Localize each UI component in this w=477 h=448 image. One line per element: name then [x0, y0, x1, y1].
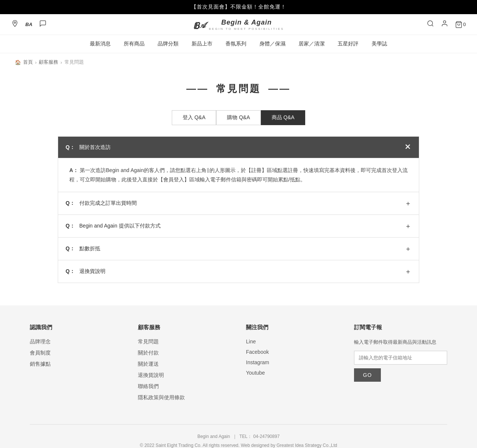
user-icon[interactable]: [441, 20, 448, 29]
faq-question-5[interactable]: Q： 退換貨說明 ＋: [58, 260, 419, 283]
svg-point-0: [14, 22, 16, 23]
faq-toggle-1: ✕: [405, 143, 411, 151]
newsletter-description: 輸入電子郵件取得最新商品與活動訊息: [354, 339, 447, 346]
footer-col2-title: 顧客服務: [138, 324, 231, 331]
footer-col-social: 關注我們 Line Facebook Instagram Youtube: [246, 324, 339, 406]
newsletter-email-input[interactable]: [354, 351, 447, 365]
nav-item-news[interactable]: 最新消息: [90, 41, 111, 47]
footer-col-service: 顧客服務 常見問題 關於付款 關於運送 退換貨說明 聯絡我們 隱私政策與使用條款: [138, 324, 231, 406]
footer-link-instagram[interactable]: Instagram: [246, 359, 269, 365]
header-right-icons: 0: [427, 20, 466, 29]
footer-col3-title: 關注我們: [246, 324, 339, 331]
nav-item-magazine[interactable]: 美學誌: [372, 41, 387, 47]
footer-link-contact[interactable]: 聯絡我們: [138, 383, 159, 389]
faq-q-label-2: Q：: [66, 200, 75, 206]
footer-link-faq[interactable]: 常見問題: [138, 339, 159, 344]
footer-tel: 04-24790897: [253, 434, 280, 439]
footer-grid: 認識我們 品牌理念 會員制度 銷售據點 顧客服務 常見問題 關於付款 關於運送 …: [30, 324, 447, 406]
footer-link-shipping[interactable]: 關於運送: [138, 361, 159, 367]
faq-item-3: Q： Begin and Again 提供以下付款方式 ＋: [58, 215, 419, 238]
breadcrumb-current: 常見問題: [64, 59, 84, 66]
faq-toggle-4: ＋: [405, 244, 411, 253]
breadcrumb-sep1: ›: [35, 60, 37, 65]
faq-answer-1: A： 第一次造訪Begin and Again的客人們，請您點選右上角∥的人形圖…: [58, 158, 419, 192]
svg-point-1: [427, 21, 432, 26]
breadcrumb: 🏠 首頁 › 顧客服務 › 常見問題: [0, 53, 477, 71]
page-title-section: 常見問題: [0, 71, 477, 110]
footer-brand-name: Begin and Again: [198, 434, 230, 439]
faq-question-text-1: 關於首次造訪: [79, 144, 111, 150]
header: BA ℬ𝒜 Begin & Again BEGIN TO MEET POSSIB…: [0, 14, 477, 35]
footer-tel-label: TEL：: [239, 434, 252, 439]
footer-link-stores[interactable]: 銷售據點: [30, 361, 51, 367]
nav-item-new[interactable]: 新品上市: [192, 41, 212, 47]
footer-link-membership[interactable]: 會員制度: [30, 350, 51, 356]
logo-brand-name: Begin & Again: [209, 19, 284, 26]
brand-icon[interactable]: BA: [25, 22, 32, 27]
faq-tabs: 登入 Q&A 購物 Q&A 商品 Q&A: [0, 110, 477, 125]
footer-copyright: © 2022 Saint Eight Trading Co. All right…: [30, 441, 447, 448]
faq-question-text-5: 退換貨說明: [79, 268, 105, 274]
breadcrumb-sep2: ›: [60, 60, 62, 65]
top-banner: 【首次見面會】不限金額！全館免運！: [0, 0, 477, 14]
faq-toggle-5: ＋: [405, 267, 411, 276]
footer-col1-title: 認識我們: [30, 324, 123, 331]
footer: 認識我們 品牌理念 會員制度 銷售據點 顧客服務 常見問題 關於付款 關於運送 …: [0, 305, 477, 448]
faq-question-2[interactable]: Q： 付款完成之訂單出貨時間 ＋: [58, 192, 419, 215]
faq-toggle-3: ＋: [405, 222, 411, 231]
cart-count: 0: [463, 22, 466, 27]
faq-q-label-3: Q：: [66, 223, 75, 229]
footer-link-facebook[interactable]: Facebook: [246, 349, 269, 355]
footer-col-newsletter: 訂閱電子報 輸入電子郵件取得最新商品與活動訊息 GO: [354, 324, 447, 406]
footer-link-brand-concept[interactable]: 品牌理念: [30, 339, 51, 344]
svg-point-2: [443, 21, 446, 23]
faq-item-2: Q： 付款完成之訂單出貨時間 ＋: [58, 192, 419, 215]
newsletter-submit-button[interactable]: GO: [354, 368, 381, 382]
footer-col-about: 認識我們 品牌理念 會員制度 銷售據點: [30, 324, 123, 406]
faq-q-label-5: Q：: [66, 268, 75, 274]
home-icon: 🏠: [15, 60, 21, 65]
faq-item-5: Q： 退換貨說明 ＋: [58, 260, 419, 283]
faq-question-text-2: 付款完成之訂單出貨時間: [79, 200, 137, 206]
header-left-icons: BA: [11, 20, 47, 29]
nav-item-fragrance[interactable]: 香氛系列: [225, 41, 246, 47]
faq-toggle-2: ＋: [405, 199, 411, 208]
footer-col4-title: 訂閱電子報: [354, 324, 447, 331]
faq-question-1[interactable]: Q： 關於首次造訪 ✕: [58, 137, 419, 158]
footer-bottom: Begin and Again ｜ TEL： 04-24790897 © 202…: [30, 424, 447, 448]
chat-icon[interactable]: [39, 20, 47, 29]
footer-link-privacy[interactable]: 隱私政策與使用條款: [138, 394, 185, 400]
tab-shopping-qa[interactable]: 購物 Q&A: [216, 110, 260, 125]
faq-item-1: Q： 關於首次造訪 ✕ A： 第一次造訪Begin and Again的客人們，…: [58, 136, 419, 192]
nav-item-body[interactable]: 身體／保濕: [259, 41, 285, 47]
footer-link-line[interactable]: Line: [246, 339, 256, 344]
header-logo[interactable]: ℬ𝒜 Begin & Again BEGIN TO MEET POSSIBILI…: [193, 18, 284, 31]
faq-question-text-4: 點數折抵: [79, 245, 100, 251]
faq-question-4[interactable]: Q： 點數折抵 ＋: [58, 238, 419, 260]
faq-section: Q： 關於首次造訪 ✕ A： 第一次造訪Begin and Again的客人們，…: [43, 136, 434, 283]
nav-item-home[interactable]: 居家／清潔: [298, 41, 325, 47]
footer-link-payment[interactable]: 關於付款: [138, 350, 159, 356]
location-icon[interactable]: [11, 20, 19, 29]
breadcrumb-customer[interactable]: 顧客服務: [39, 59, 58, 66]
faq-q-label-4: Q：: [66, 245, 75, 251]
faq-q-label-1: Q：: [66, 144, 75, 150]
tab-login-qa[interactable]: 登入 Q&A: [172, 110, 216, 125]
breadcrumb-home[interactable]: 首頁: [23, 59, 33, 66]
cart-icon[interactable]: 0: [455, 21, 466, 28]
search-icon[interactable]: [427, 20, 434, 29]
nav-item-brand[interactable]: 品牌分類: [158, 41, 179, 47]
logo-tagline: BEGIN TO MEET POSSIBILITIES: [209, 27, 284, 31]
footer-link-returns[interactable]: 退換貨說明: [138, 372, 164, 378]
nav-item-reviews[interactable]: 五星好評: [338, 41, 358, 47]
nav-item-products[interactable]: 所有商品: [124, 41, 145, 47]
tab-product-qa[interactable]: 商品 Q&A: [261, 110, 305, 125]
faq-question-3[interactable]: Q： Begin and Again 提供以下付款方式 ＋: [58, 215, 419, 237]
page-title: 常見問題: [0, 82, 477, 95]
faq-question-text-3: Begin and Again 提供以下付款方式: [79, 223, 161, 229]
main-nav: 最新消息 所有商品 品牌分類 新品上市 香氛系列 身體／保濕 居家／清潔 五星好…: [0, 35, 477, 53]
faq-item-4: Q： 點數折抵 ＋: [58, 238, 419, 260]
footer-link-youtube[interactable]: Youtube: [246, 370, 265, 376]
